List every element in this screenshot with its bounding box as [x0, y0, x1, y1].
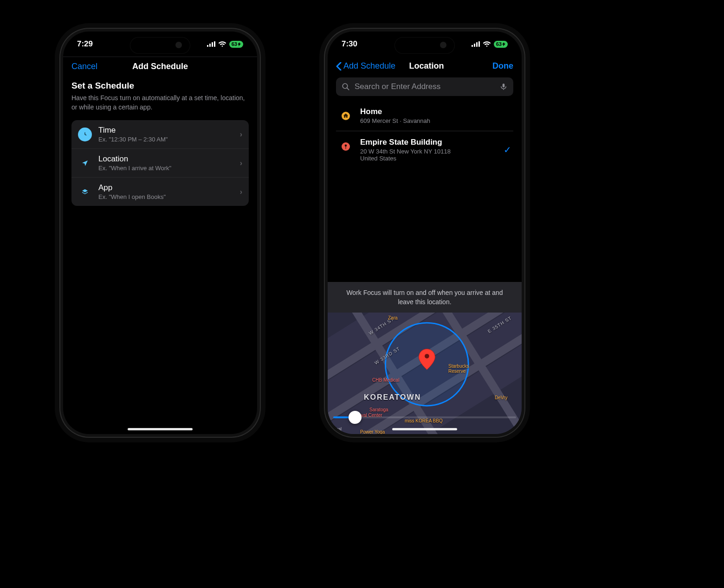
map-poi-starbucks: Starbucks Reserve	[448, 364, 481, 374]
back-label: Add Schedule	[343, 61, 395, 71]
schedule-option-location[interactable]: Location Ex. "When I arrive at Work" ›	[71, 148, 249, 177]
checkmark-icon: ✓	[504, 144, 511, 155]
map-view[interactable]: W 34TH ST W 33RD ST E 35TH ST KOREATOWN …	[328, 313, 522, 434]
dynamic-island	[394, 37, 455, 54]
location-empire-title: Empire State Building	[360, 138, 497, 147]
svg-rect-13	[345, 146, 346, 149]
schedule-option-app[interactable]: App Ex. "When I open Books" ›	[71, 177, 249, 206]
chevron-right-icon: ›	[240, 159, 242, 167]
location-result-empire[interactable]: Empire State Building 20 W 34th St New Y…	[336, 131, 513, 168]
pin-icon	[338, 139, 354, 154]
section-title: Set a Schedule	[71, 81, 249, 91]
location-home-sub: 609 Mercer St · Savannah	[360, 117, 511, 124]
status-time: 7:29	[77, 39, 93, 49]
wifi-icon	[218, 41, 226, 47]
location-empire-sub: 20 W 34th St New York NY 10118 United St…	[360, 148, 497, 162]
map-poi-devry: DeVry	[495, 395, 507, 400]
schedule-location-title: Location	[98, 154, 233, 164]
map-poi-saratoga: Saratoga	[369, 407, 388, 412]
home-icon	[338, 108, 354, 124]
map-poi-misskorea: miss KOREA BBQ	[405, 418, 443, 423]
schedule-time-sub: Ex. "12:30 PM – 2:30 AM"	[98, 136, 233, 143]
map-poi-zara: Zara	[388, 315, 398, 320]
svg-rect-3	[214, 41, 215, 47]
phone-location-picker: 7:30 63 Add Schedule Location Done Searc…	[325, 29, 524, 437]
search-icon	[342, 83, 350, 91]
cancel-button[interactable]: Cancel	[71, 62, 127, 71]
svg-rect-8	[478, 41, 480, 47]
location-results: Home 609 Mercer St · Savannah Empire Sta…	[336, 101, 513, 168]
cellular-icon	[207, 41, 215, 47]
svg-rect-1	[209, 44, 211, 47]
dynamic-island	[130, 37, 190, 54]
chevron-right-icon: ›	[240, 130, 242, 139]
wifi-icon	[483, 41, 491, 47]
chevron-right-icon: ›	[240, 188, 242, 196]
svg-rect-2	[212, 42, 213, 47]
nav-bar: Cancel Add Schedule	[63, 57, 257, 78]
done-button[interactable]: Done	[458, 61, 513, 71]
map-poi-yoga: Power Yoga	[360, 429, 385, 434]
battery-indicator: 63	[229, 41, 243, 48]
svg-rect-7	[476, 42, 478, 47]
status-bar: 7:30 63	[328, 32, 522, 57]
phone-add-schedule: 7:29 63 Cancel Add Schedule Set a Schedu…	[60, 29, 260, 437]
layers-icon	[78, 185, 92, 199]
nav-title: Location	[409, 61, 444, 71]
schedule-location-sub: Ex. "When I arrive at Work"	[98, 165, 233, 172]
home-indicator[interactable]	[128, 428, 193, 430]
map-legal-link[interactable]: Legal	[331, 427, 342, 431]
map-district-koreatown: KOREATOWN	[364, 393, 421, 402]
battery-indicator: 63	[494, 41, 508, 48]
schedule-app-title: App	[98, 183, 233, 192]
chevron-left-icon	[336, 62, 342, 70]
radius-slider[interactable]	[333, 416, 516, 418]
map-caption: Work Focus will turn on and off when you…	[328, 282, 522, 313]
schedule-option-list: Time Ex. "12:30 PM – 2:30 AM" › Location…	[71, 120, 249, 206]
search-placeholder: Search or Enter Address	[355, 82, 495, 91]
nav-bar: Add Schedule Location Done	[328, 57, 522, 77]
schedule-app-sub: Ex. "When I open Books"	[98, 193, 233, 200]
location-home-title: Home	[360, 107, 511, 116]
svg-rect-6	[474, 44, 475, 47]
location-result-home[interactable]: Home 609 Mercer St · Savannah	[336, 101, 513, 131]
map-poi-chb: CHB Medical	[372, 377, 399, 383]
status-bar: 7:29 63	[63, 32, 257, 57]
section-subtitle: Have this Focus turn on automatically at…	[71, 94, 249, 112]
cellular-icon	[472, 41, 480, 47]
mic-icon[interactable]	[499, 83, 508, 91]
svg-point-25	[425, 354, 429, 358]
nav-title: Add Schedule	[132, 62, 188, 71]
back-button[interactable]: Add Schedule	[336, 61, 395, 71]
navigation-icon	[78, 156, 92, 170]
home-indicator[interactable]	[392, 428, 457, 430]
svg-rect-0	[207, 45, 208, 47]
search-input[interactable]: Search or Enter Address	[336, 77, 513, 96]
clock-icon	[78, 128, 92, 141]
status-time: 7:30	[342, 39, 357, 49]
svg-rect-5	[472, 45, 473, 47]
radius-slider-knob[interactable]	[349, 411, 362, 424]
schedule-time-title: Time	[98, 126, 233, 135]
map-panel: Work Focus will turn on and off when you…	[328, 282, 522, 434]
schedule-option-time[interactable]: Time Ex. "12:30 PM – 2:30 AM" ›	[71, 120, 249, 148]
